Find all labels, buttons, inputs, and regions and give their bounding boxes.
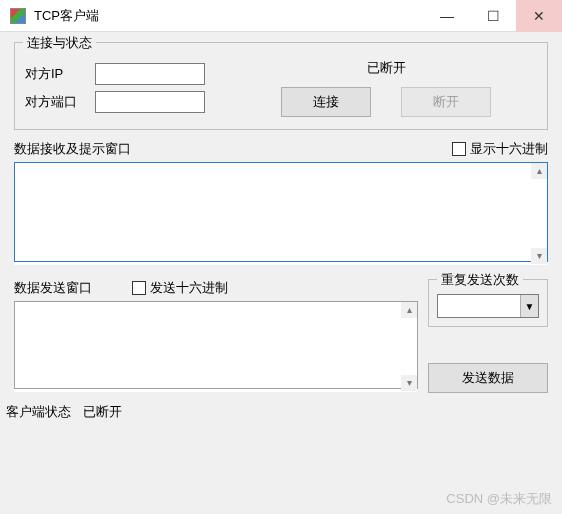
watermark: CSDN @未来无限 — [446, 490, 552, 508]
checkbox-box-icon — [452, 142, 466, 156]
recv-header: 数据接收及提示窗口 显示十六进制 — [14, 140, 548, 158]
statusbar-label: 客户端状态 — [6, 403, 71, 421]
scroll-up-icon[interactable]: ▴ — [401, 302, 417, 318]
maximize-button[interactable]: ☐ — [470, 0, 516, 32]
recv-textarea[interactable] — [14, 162, 548, 262]
disconnect-button[interactable]: 断开 — [401, 87, 491, 117]
repeat-input[interactable] — [438, 295, 520, 317]
recv-label: 数据接收及提示窗口 — [14, 140, 131, 158]
send-hex-label: 发送十六进制 — [150, 279, 228, 297]
window-controls: — ☐ ✕ — [424, 0, 562, 32]
statusbar-value: 已断开 — [83, 403, 122, 421]
statusbar: 客户端状态 已断开 — [0, 399, 562, 425]
show-hex-label: 显示十六进制 — [470, 140, 548, 158]
port-label: 对方端口 — [25, 93, 85, 111]
ip-label: 对方IP — [25, 65, 85, 83]
send-hex-checkbox[interactable]: 发送十六进制 — [132, 279, 228, 297]
minimize-button[interactable]: — — [424, 0, 470, 32]
checkbox-box-icon — [132, 281, 146, 295]
app-icon — [10, 8, 26, 24]
chevron-down-icon[interactable]: ▼ — [520, 295, 538, 317]
scroll-down-icon[interactable]: ▾ — [401, 375, 417, 391]
show-hex-checkbox[interactable]: 显示十六进制 — [452, 140, 548, 158]
send-header: 数据发送窗口 发送十六进制 — [14, 279, 418, 297]
send-textarea[interactable] — [14, 301, 418, 389]
window-title: TCP客户端 — [34, 7, 424, 25]
port-input[interactable] — [95, 91, 205, 113]
ip-input[interactable] — [95, 63, 205, 85]
repeat-combobox[interactable]: ▼ — [437, 294, 539, 318]
connect-button[interactable]: 连接 — [281, 87, 371, 117]
send-textarea-wrap: ▴ ▾ — [14, 301, 418, 392]
repeat-group-label: 重复发送次数 — [437, 271, 523, 289]
scroll-up-icon[interactable]: ▴ — [531, 163, 547, 179]
repeat-group: 重复发送次数 ▼ — [428, 279, 548, 327]
client-area: 连接与状态 对方IP 对方端口 已断开 连接 断开 — [0, 32, 562, 399]
connection-status: 已断开 — [367, 59, 406, 77]
connection-group: 连接与状态 对方IP 对方端口 已断开 连接 断开 — [14, 42, 548, 130]
titlebar: TCP客户端 — ☐ ✕ — [0, 0, 562, 32]
connection-group-label: 连接与状态 — [23, 34, 96, 52]
send-label: 数据发送窗口 — [14, 279, 92, 297]
close-button[interactable]: ✕ — [516, 0, 562, 32]
send-button[interactable]: 发送数据 — [428, 363, 548, 393]
recv-textarea-wrap: ▴ ▾ — [14, 162, 548, 265]
scroll-down-icon[interactable]: ▾ — [531, 248, 547, 264]
